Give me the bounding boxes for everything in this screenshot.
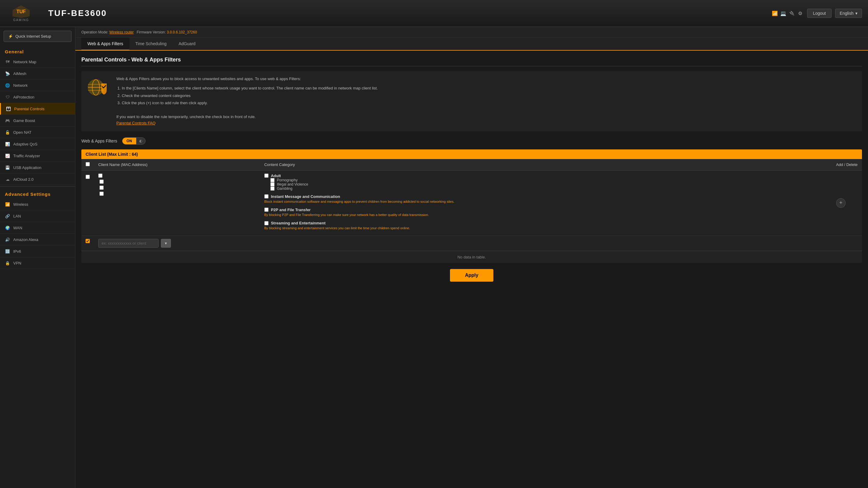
row-category-cell: Adult Pornography Illegal	[260, 170, 832, 235]
category-adult: Adult Pornography Illegal	[264, 173, 828, 191]
sidebar-item-adaptive-qos[interactable]: 📊 Adaptive QoS	[0, 138, 75, 150]
sidebar-item-vpn[interactable]: 🔒 VPN	[0, 257, 75, 269]
sidebar-item-ipv6[interactable]: 🔢 IPv6	[0, 246, 75, 257]
add-rule-button[interactable]: +	[836, 198, 846, 208]
traffic-analyzer-icon: 📈	[5, 153, 10, 158]
tab-web-apps-filters[interactable]: Web & Apps Filters	[82, 38, 129, 51]
page-content: Parental Controls - Web & Apps Filters	[75, 51, 868, 294]
select-all-checkbox[interactable]	[86, 162, 90, 166]
category-column: Adult Pornography Illegal	[264, 173, 828, 233]
language-button[interactable]: English ▾	[835, 9, 862, 18]
operation-mode-info: Operation Mode: Wireless router Firmware…	[82, 30, 197, 34]
gambling-sub: Gambling	[264, 187, 828, 191]
intro-text: Web & Apps Filters allows you to block a…	[116, 76, 301, 81]
usb-icon: 🔌	[788, 10, 795, 17]
quick-setup-button[interactable]: ⚡ Quick Internet Setup	[4, 31, 71, 42]
sidebar-item-aicloud[interactable]: ☁ AiCloud 2.0	[0, 173, 75, 185]
sidebar-item-wan[interactable]: 🌍 WAN	[0, 222, 75, 234]
row-select-checkbox[interactable]	[86, 175, 90, 179]
logo-area: TUF GAMING	[6, 5, 36, 22]
instant-msg-group-checkbox[interactable]	[99, 180, 104, 184]
sidebar-item-aiprotection[interactable]: 🛡 AiProtection	[0, 91, 75, 103]
no-data-message: No data in table.	[82, 251, 862, 263]
instant-msg-checkbox[interactable]	[264, 194, 269, 198]
adult-main: Adult	[264, 173, 828, 178]
adult-group-checkbox[interactable]	[98, 173, 102, 178]
sidebar-item-wireless[interactable]: 📶 Wireless	[0, 198, 75, 210]
firmware-version: 3.0.0.6.102_37260	[167, 30, 197, 34]
header-right: 📶 💻 🔌 ⚙ Logout English ▾	[772, 9, 862, 18]
illegal-violence-sub: Illegal and Violence	[264, 182, 828, 187]
sidebar-label-parental-controls: Parental Controls	[14, 107, 44, 111]
sidebar-item-amazon-alexa[interactable]: 🔊 Amazon Alexa	[0, 234, 75, 246]
streaming-checkbox[interactable]	[264, 221, 269, 225]
pornography-checkbox[interactable]	[270, 178, 275, 182]
tab-time-scheduling[interactable]: Time Scheduling	[129, 38, 173, 51]
lan-icon: 🔗	[5, 213, 10, 219]
browse-button[interactable]: ▾	[161, 239, 171, 248]
illegal-violence-label: Illegal and Violence	[277, 182, 308, 187]
p2p-label: P2P and File Transfer	[271, 207, 311, 212]
mac-input-row: ▾	[82, 235, 862, 251]
settings-icon[interactable]: ⚙	[797, 10, 804, 17]
sidebar-label-wan: WAN	[13, 226, 22, 230]
instruction-2: Check the unwanted content categories	[122, 93, 857, 99]
web-apps-filters-toggle[interactable]: ON ◐	[122, 137, 146, 144]
sidebar-label-vpn: VPN	[13, 261, 22, 265]
instant-msg-main: Instant Message and Communication	[264, 194, 828, 199]
sidebar-item-traffic-analyzer[interactable]: 📈 Traffic Analyzer	[0, 150, 75, 162]
row-add-delete-cell: +	[832, 170, 862, 235]
open-nat-icon: 🔓	[5, 130, 10, 135]
tab-adguard[interactable]: AdGuard	[173, 38, 202, 51]
operation-mode-label: Operation Mode:	[82, 30, 108, 34]
table-header-row: Client Name (MAC Address) Content Catego…	[82, 159, 862, 170]
apply-bar: Apply	[82, 263, 862, 288]
sidebar-item-lan[interactable]: 🔗 LAN	[0, 210, 75, 222]
toggle-label: Web & Apps Filters	[82, 138, 117, 143]
sidebar-label-network-map: Network Map	[13, 60, 36, 64]
illegal-violence-checkbox[interactable]	[270, 182, 275, 187]
mac-input-row-inner: ▾	[98, 239, 828, 248]
mac-address-input[interactable]	[98, 239, 158, 248]
toggle-on-label: ON	[122, 138, 136, 144]
instruction-3: Click the plus (+) icon to add rule then…	[122, 100, 857, 106]
gambling-checkbox[interactable]	[270, 187, 275, 191]
table-row: Adult Pornography Illegal	[82, 170, 862, 235]
game-boost-icon: 🎮	[5, 118, 10, 123]
amazon-alexa-icon: 🔊	[5, 237, 10, 242]
sidebar-label-wireless: Wireless	[13, 202, 28, 207]
sidebar-item-aimesh[interactable]: 📡 AiMesh	[0, 68, 75, 79]
sidebar-item-game-boost[interactable]: 🎮 Game Boost	[0, 115, 75, 127]
adult-checkbox[interactable]	[264, 173, 269, 178]
streaming-group-checkbox[interactable]	[99, 192, 104, 196]
gambling-label: Gambling	[277, 187, 292, 191]
chevron-down-icon: ▾	[855, 11, 858, 16]
mac-row-checkbox[interactable]	[86, 239, 90, 243]
apply-button[interactable]: Apply	[450, 269, 493, 282]
logout-button[interactable]: Logout	[807, 9, 832, 18]
sidebar-item-network-map[interactable]: 🗺 Network Map	[0, 56, 75, 68]
status-icons: 📶 💻 🔌 ⚙	[772, 10, 804, 17]
sidebar-label-aimesh: AiMesh	[13, 71, 26, 76]
faq-link[interactable]: Parental Controls FAQ	[116, 121, 156, 125]
col-header-client-name: Client Name (MAC Address)	[94, 159, 260, 170]
col-header-add-delete: Add / Delete	[832, 159, 862, 170]
mac-row-checkbox-cell	[82, 235, 94, 251]
sidebar-item-usb-application[interactable]: 💾 USB Application	[0, 162, 75, 173]
sidebar-item-open-nat[interactable]: 🔓 Open NAT	[0, 127, 75, 138]
sidebar-item-network[interactable]: 🌐 Network	[0, 79, 75, 91]
network-map-icon: 🗺	[5, 59, 10, 64]
p2p-group-checkbox[interactable]	[99, 186, 104, 190]
p2p-checkbox[interactable]	[264, 207, 269, 212]
category-p2p: P2P and File Transfer By blocking P2P an…	[264, 207, 828, 217]
sidebar-item-parental-controls[interactable]: 👪 Parental Controls	[0, 103, 75, 115]
wifi-icon: 📶	[772, 10, 778, 17]
sidebar: ⚡ Quick Internet Setup General 🗺 Network…	[0, 27, 75, 488]
aicloud-icon: ☁	[5, 176, 10, 182]
tuf-logo-icon: TUF	[12, 5, 30, 19]
p2p-desc: By blocking P2P and File Transferring yo…	[264, 213, 828, 217]
mac-input-cell: ▾	[94, 235, 832, 251]
router-name: TUF-BE3600	[48, 8, 772, 18]
toggle-row: Web & Apps Filters ON ◐	[82, 137, 862, 144]
client-table: Client Name (MAC Address) Content Catego…	[82, 159, 862, 251]
